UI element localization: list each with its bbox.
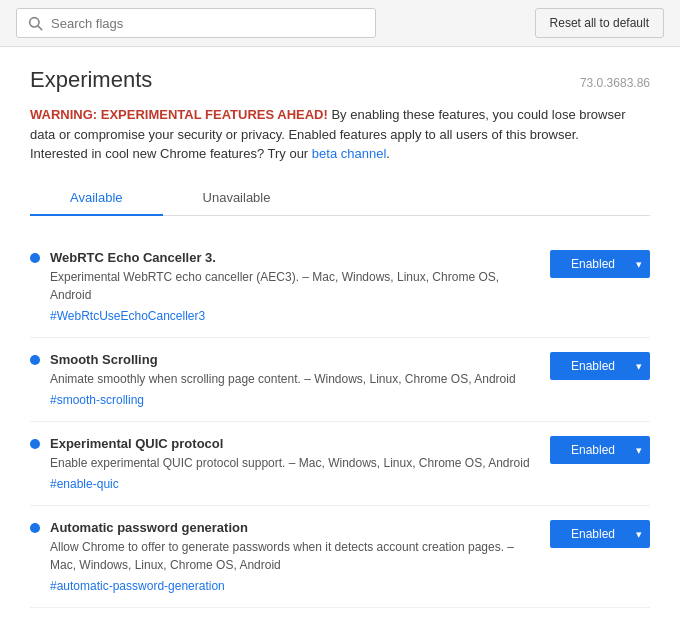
select-wrapper: Enabled Disabled Default bbox=[550, 352, 650, 380]
flag-left: Automatic password generation Allow Chro… bbox=[30, 520, 530, 593]
tabs: Available Unavailable bbox=[30, 180, 650, 216]
flag-text: WebRTC Echo Canceller 3. Experimental We… bbox=[50, 250, 530, 323]
flag-hash-link[interactable]: #automatic-password-generation bbox=[50, 579, 225, 593]
flag-name: Smooth Scrolling bbox=[50, 352, 516, 367]
flag-control[interactable]: Enabled Disabled Default bbox=[550, 520, 650, 548]
flag-name: Experimental QUIC protocol bbox=[50, 436, 530, 451]
beta-channel-link[interactable]: beta channel bbox=[312, 146, 386, 161]
interest-text: Interested in cool new Chrome features? … bbox=[30, 146, 312, 161]
version-label: 73.0.3683.86 bbox=[580, 76, 650, 90]
flag-list: WebRTC Echo Canceller 3. Experimental We… bbox=[30, 236, 650, 608]
reset-all-button[interactable]: Reset all to default bbox=[535, 8, 664, 38]
search-bar bbox=[16, 8, 376, 38]
flag-left: Experimental QUIC protocol Enable experi… bbox=[30, 436, 530, 491]
flag-left: Smooth Scrolling Animate smoothly when s… bbox=[30, 352, 530, 407]
flag-control[interactable]: Enabled Disabled Default bbox=[550, 352, 650, 380]
flag-left: WebRTC Echo Canceller 3. Experimental We… bbox=[30, 250, 530, 323]
flag-name: WebRTC Echo Canceller 3. bbox=[50, 250, 530, 265]
flag-text: Automatic password generation Allow Chro… bbox=[50, 520, 530, 593]
select-wrapper: Enabled Disabled Default bbox=[550, 436, 650, 464]
flag-hash-link[interactable]: #enable-quic bbox=[50, 477, 119, 491]
flag-control[interactable]: Enabled Disabled Default bbox=[550, 250, 650, 278]
interest-period: . bbox=[386, 146, 390, 161]
main-content: Experiments 73.0.3683.86 WARNING: EXPERI… bbox=[0, 47, 680, 627]
page-title: Experiments bbox=[30, 67, 152, 93]
select-wrapper: Enabled Disabled Default bbox=[550, 520, 650, 548]
flag-status-select[interactable]: Enabled Disabled Default bbox=[550, 436, 650, 464]
flag-text: Experimental QUIC protocol Enable experi… bbox=[50, 436, 530, 491]
flag-description: Allow Chrome to offer to generate passwo… bbox=[50, 538, 530, 574]
flag-status-select[interactable]: Enabled Disabled Default bbox=[550, 250, 650, 278]
flag-item: Automatic password generation Allow Chro… bbox=[30, 506, 650, 608]
flag-dot bbox=[30, 253, 40, 263]
flag-status-select[interactable]: Enabled Disabled Default bbox=[550, 520, 650, 548]
search-input[interactable] bbox=[51, 16, 365, 31]
tab-unavailable[interactable]: Unavailable bbox=[163, 180, 311, 215]
flag-description: Experimental WebRTC echo canceller (AEC3… bbox=[50, 268, 530, 304]
svg-line-1 bbox=[38, 26, 42, 30]
search-icon bbox=[27, 15, 43, 31]
flag-item: Experimental QUIC protocol Enable experi… bbox=[30, 422, 650, 506]
flag-item: WebRTC Echo Canceller 3. Experimental We… bbox=[30, 236, 650, 338]
flag-name: Automatic password generation bbox=[50, 520, 530, 535]
warning-box: WARNING: EXPERIMENTAL FEATURES AHEAD! By… bbox=[30, 105, 650, 164]
flag-status-select[interactable]: Enabled Disabled Default bbox=[550, 352, 650, 380]
flag-description: Animate smoothly when scrolling page con… bbox=[50, 370, 516, 388]
title-row: Experiments 73.0.3683.86 bbox=[30, 67, 650, 93]
flag-control[interactable]: Enabled Disabled Default bbox=[550, 436, 650, 464]
flag-dot bbox=[30, 523, 40, 533]
tab-available[interactable]: Available bbox=[30, 180, 163, 215]
select-wrapper: Enabled Disabled Default bbox=[550, 250, 650, 278]
flag-dot bbox=[30, 355, 40, 365]
flag-hash-link[interactable]: #smooth-scrolling bbox=[50, 393, 144, 407]
flag-dot bbox=[30, 439, 40, 449]
flag-text: Smooth Scrolling Animate smoothly when s… bbox=[50, 352, 516, 407]
flag-hash-link[interactable]: #WebRtcUseEchoCanceller3 bbox=[50, 309, 205, 323]
warning-bold-text: WARNING: EXPERIMENTAL FEATURES AHEAD! bbox=[30, 107, 328, 122]
flag-item: Smooth Scrolling Animate smoothly when s… bbox=[30, 338, 650, 422]
header: Reset all to default bbox=[0, 0, 680, 47]
flag-description: Enable experimental QUIC protocol suppor… bbox=[50, 454, 530, 472]
